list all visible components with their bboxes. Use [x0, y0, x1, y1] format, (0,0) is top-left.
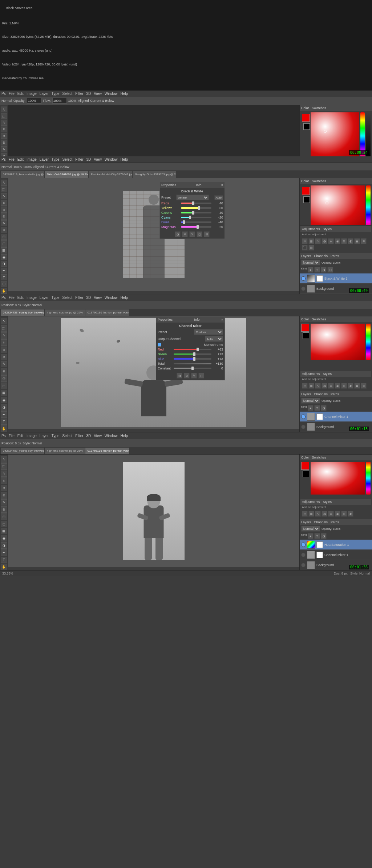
layer-eye-bg2[interactable] — [301, 287, 306, 291]
foreground-color-2[interactable] — [302, 187, 310, 195]
tool-clone-3[interactable]: ⊕ — [1, 368, 7, 375]
tool-marquee-3[interactable]: ⬚ — [1, 325, 7, 332]
tool-eraser-2[interactable]: ◻ — [1, 240, 7, 247]
layer-eye-bg4[interactable] — [301, 563, 306, 567]
menu-layer-4[interactable]: Layer — [40, 434, 49, 438]
color-grad-4[interactable] — [311, 462, 365, 495]
kind-4-2[interactable]: T — [314, 533, 320, 539]
preset-select[interactable]: Default — [176, 195, 209, 200]
kind-4-1[interactable]: ■ — [308, 533, 314, 539]
styles-tab-2[interactable]: Styles — [323, 227, 332, 231]
swatches-tab-4[interactable]: Swatches — [312, 456, 326, 459]
tool-dodge-3[interactable]: ◑ — [1, 404, 7, 411]
tool-clone-2[interactable]: ⊕ — [1, 227, 7, 233]
adj-btn-ch-2[interactable]: ≋ — [361, 238, 367, 244]
menu-help[interactable]: Help — [120, 92, 128, 96]
kind-4-3[interactable]: ◑ — [321, 533, 327, 539]
color-tab-4[interactable]: Color — [301, 456, 309, 459]
mono-checkbox[interactable] — [158, 343, 161, 347]
tool-heal[interactable]: ⊛ — [1, 140, 7, 145]
ch-red-slider[interactable] — [174, 349, 211, 350]
ch-preset-select[interactable]: Custom — [194, 329, 223, 335]
tool-brush-2[interactable]: ✎ — [1, 220, 7, 227]
props-close-3[interactable]: × — [221, 318, 223, 321]
tool-eraser-3[interactable]: ◻ — [1, 383, 7, 389]
tool-text-4[interactable]: T — [1, 557, 7, 563]
menu-view-4[interactable]: View — [94, 434, 102, 438]
tool-eraser-4[interactable]: ◻ — [1, 521, 7, 527]
menu-layer[interactable]: Layer — [40, 92, 49, 96]
menu-filter-3[interactable]: Filter — [75, 296, 83, 300]
paths-tab-3[interactable]: Paths — [331, 392, 339, 396]
tool-crop-4[interactable]: ⌗ — [1, 477, 7, 484]
blend-mode-3[interactable]: Normal — [301, 398, 320, 404]
layers-tab-2[interactable]: Layers — [301, 254, 311, 258]
menu-image-4[interactable]: Image — [27, 434, 37, 438]
adj-btn-exp-2[interactable]: ◑ — [322, 238, 327, 244]
menu-layer-2[interactable]: Layer — [40, 157, 49, 161]
tool-dodge-4[interactable]: ◑ — [1, 542, 7, 549]
menu-edit-3[interactable]: Edit — [17, 296, 24, 300]
adj4-3[interactable]: ∿ — [315, 511, 321, 517]
menu-3d-4[interactable]: 3D — [86, 434, 91, 438]
ch-icon-4[interactable]: ◻ — [198, 373, 204, 379]
tool-heal-3[interactable]: ⊛ — [1, 354, 7, 360]
adj4-8[interactable]: ◐ — [348, 511, 353, 517]
hue-bar-4[interactable] — [366, 462, 371, 495]
styles-tab-4[interactable]: Styles — [323, 500, 332, 504]
layer-ch1[interactable]: Channel Mixer 1 — [300, 412, 372, 422]
layer-huesat1[interactable]: Hue/Saturation 1 — [300, 540, 372, 550]
ch-blue-slider[interactable] — [174, 358, 211, 360]
menu-filter-2[interactable]: Filter — [75, 157, 83, 161]
tool-marquee-4[interactable]: ⬚ — [1, 463, 7, 470]
background-color-2[interactable] — [303, 196, 310, 203]
ch-icon-2[interactable]: ⊕ — [184, 373, 190, 379]
menu-filter-4[interactable]: Filter — [75, 434, 83, 438]
tool-eyedrop[interactable]: ⊕ — [1, 133, 7, 139]
tool-marquee[interactable]: ⬚ — [1, 113, 7, 119]
layers-tab-4[interactable]: Layers — [301, 520, 311, 524]
props-close-2[interactable]: × — [221, 183, 223, 187]
tool-text-2[interactable]: T — [1, 274, 7, 280]
tool-pen-4[interactable]: ✒ — [1, 549, 7, 556]
menu-view-2[interactable]: View — [94, 157, 102, 161]
channels-tab-2[interactable]: Channels — [314, 254, 328, 258]
tool-move[interactable]: ↖ — [1, 107, 7, 112]
swatches-tab-2[interactable]: Swatches — [312, 179, 326, 183]
hue-bar-2[interactable] — [366, 185, 371, 225]
adj4-4[interactable]: ◑ — [322, 511, 327, 517]
tool-eyedrop-3[interactable]: ⊕ — [1, 347, 7, 353]
ch-icon-1[interactable]: ◑ — [177, 373, 182, 379]
tool-lasso-2[interactable]: ∿ — [1, 193, 7, 199]
tab-fashion[interactable]: Fashion-Model-City-3172642.jpg @ 25% — [89, 171, 132, 178]
menu-file[interactable]: File — [9, 92, 15, 96]
foreground-color[interactable] — [302, 114, 310, 122]
auto-button[interactable]: Auto — [214, 195, 223, 200]
layer-eye-hs1[interactable] — [301, 543, 306, 547]
layer-bw1[interactable]: Black & White 1 — [300, 273, 372, 284]
menu-select-2[interactable]: Select — [62, 157, 73, 161]
tool-eyedrop-2[interactable]: ⊕ — [1, 207, 7, 213]
props-icon-1[interactable]: ◑ — [175, 231, 181, 237]
tab-highend-3[interactable]: high-end-cosmo.jpg @ 25% — [45, 309, 85, 316]
tool-gradient-3[interactable]: ▦ — [1, 390, 7, 396]
tool-crop[interactable]: ⌗ — [1, 127, 7, 132]
kind-3-2[interactable]: T — [314, 405, 320, 411]
tool-brush-3[interactable]: ✎ — [1, 361, 7, 368]
adj-btn-cur-2[interactable]: ∿ — [315, 238, 321, 244]
magentas-slider[interactable] — [181, 226, 211, 228]
channels-tab-3[interactable]: Channels — [314, 392, 328, 396]
bg-color-4[interactable] — [303, 471, 309, 477]
reds-slider[interactable] — [181, 203, 211, 204]
color-gradient-2[interactable] — [311, 185, 365, 225]
tool-heal-2[interactable]: ⊛ — [1, 213, 7, 220]
blend-mode-4[interactable]: Normal — [301, 526, 320, 532]
adj3-5[interactable]: ◈ — [328, 383, 334, 389]
adj-btn-pos-2[interactable]: ▤ — [308, 245, 314, 251]
adj-tab-2[interactable]: Adjustments — [302, 227, 320, 231]
kind-3-3[interactable]: ◑ — [321, 405, 327, 411]
tool-blur-3[interactable]: ◉ — [1, 397, 7, 403]
tool-gradient-4[interactable]: ▦ — [1, 528, 7, 535]
props-icon-4[interactable]: ◻ — [197, 231, 202, 237]
menu-ps-3[interactable]: Ps — [1, 296, 6, 300]
